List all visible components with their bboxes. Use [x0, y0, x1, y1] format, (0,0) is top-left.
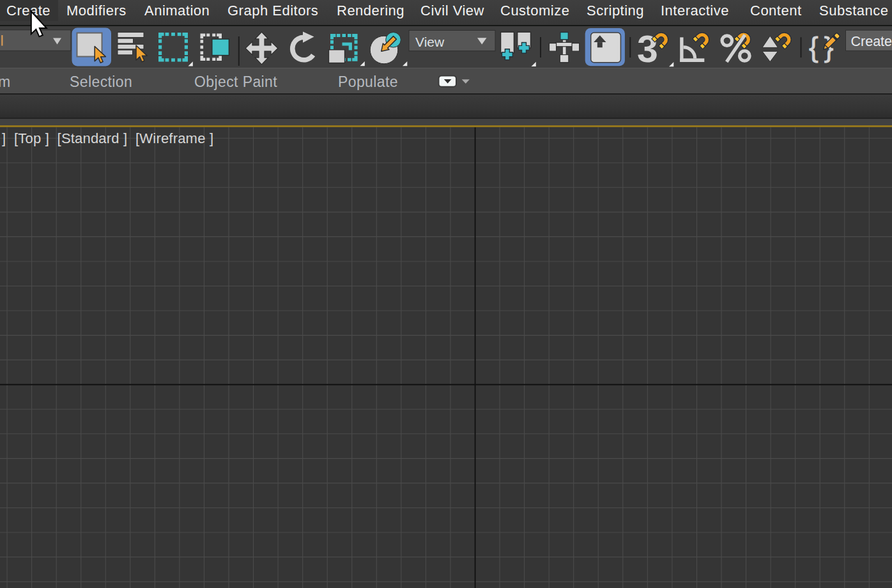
svg-text:Create Se: Create Se	[851, 34, 892, 49]
svg-text:3: 3	[637, 28, 658, 68]
svg-text:View: View	[415, 35, 445, 49]
